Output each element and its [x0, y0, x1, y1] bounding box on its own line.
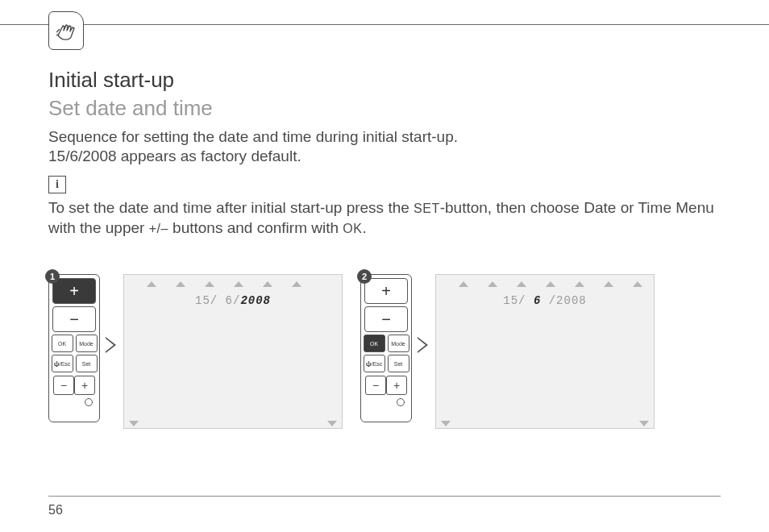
hand-icon	[53, 18, 79, 44]
triangle-icon	[176, 281, 185, 287]
bottom-rule	[48, 496, 721, 497]
triangle-icon	[205, 281, 214, 287]
triangle-icon	[546, 281, 555, 287]
screen-date-step-1: 15/ 6/2008	[124, 294, 342, 307]
set-button[interactable]: Set	[76, 355, 98, 372]
triangle-icon	[604, 281, 613, 287]
plus-bottom-button[interactable]: +	[386, 376, 407, 395]
minus-button[interactable]: −	[52, 306, 96, 332]
minus-button[interactable]: −	[364, 306, 408, 332]
plus-button[interactable]: +	[52, 278, 96, 304]
minus-bottom-button[interactable]: −	[365, 376, 386, 395]
triangle-icon	[234, 281, 243, 287]
triangle-icon	[292, 281, 301, 287]
triangle-icon	[517, 281, 526, 287]
mode-button[interactable]: Mode	[388, 335, 409, 352]
arrow-icon	[106, 337, 117, 353]
page-title: Initial start-up	[48, 68, 721, 93]
screen-top-triangles	[147, 281, 301, 287]
triangle-down-icon	[441, 421, 451, 426]
step-1-badge: 1	[45, 269, 60, 284]
info-icon: i	[48, 176, 66, 193]
intro-line-2: 15/6/2008 appears as factory default.	[48, 148, 301, 164]
instruction-paragraph: To set the date and time after initial s…	[48, 198, 721, 239]
lcd-screen-step-2: 15/ 6 /2008	[435, 274, 655, 429]
touch-hand-emblem	[48, 11, 84, 50]
mode-button[interactable]: Mode	[76, 335, 98, 352]
date-highlight: 6	[534, 294, 541, 307]
triangle-icon	[575, 281, 584, 287]
triangle-down-icon	[129, 421, 139, 426]
triangle-down-icon	[327, 421, 337, 426]
triangle-icon	[488, 281, 497, 287]
top-rule	[0, 24, 769, 25]
triangle-icon	[459, 281, 468, 287]
step-2: 2 + − OK Mode ⏻/Esc Set − +	[360, 274, 655, 429]
minus-bottom-button[interactable]: −	[53, 376, 74, 395]
keypad-led	[397, 398, 405, 406]
esc-button[interactable]: ⏻/Esc	[52, 355, 73, 372]
triangle-icon	[147, 281, 156, 287]
triangle-down-icon	[639, 421, 649, 426]
step-1: 1 + − OK Mode ⏻/Esc Set − +	[48, 274, 343, 429]
plus-button[interactable]: +	[364, 278, 408, 304]
ok-label: OK	[343, 222, 362, 235]
plus-bottom-button[interactable]: +	[74, 376, 95, 395]
keypad-led	[85, 398, 93, 406]
lcd-screen-step-1: 15/ 6/2008	[123, 274, 343, 429]
date-highlight: 2008	[240, 294, 271, 307]
keypad-step-2: + − OK Mode ⏻/Esc Set − +	[360, 274, 412, 422]
triangle-icon	[263, 281, 272, 287]
intro-line-1: Sequence for setting the date and time d…	[48, 128, 458, 145]
date-suffix: /2008	[541, 294, 586, 307]
screen-top-triangles	[459, 281, 642, 287]
screen-date-step-2: 15/ 6 /2008	[436, 294, 654, 307]
ok-button[interactable]: OK	[52, 335, 73, 352]
arrow-icon	[418, 337, 429, 353]
date-prefix: 15/	[503, 294, 534, 307]
esc-button[interactable]: ⏻/Esc	[364, 355, 385, 372]
plusminus-label: +/–	[149, 222, 168, 235]
set-button[interactable]: Set	[388, 355, 409, 372]
date-prefix: 15/ 6/	[195, 294, 240, 307]
p2-mid2: buttons and confirm with	[168, 219, 343, 236]
intro-paragraph: Sequence for setting the date and time d…	[48, 127, 721, 166]
p2-pre: To set the date and time after initial s…	[48, 199, 414, 216]
ok-button[interactable]: OK	[364, 335, 385, 352]
keypad-step-1: + − OK Mode ⏻/Esc Set − +	[48, 274, 100, 422]
set-label: SET	[414, 202, 440, 215]
p2-end: .	[362, 219, 366, 236]
page-subtitle: Set date and time	[48, 96, 721, 121]
page-number: 56	[48, 503, 63, 517]
step-2-badge: 2	[357, 269, 372, 284]
triangle-icon	[633, 281, 642, 287]
